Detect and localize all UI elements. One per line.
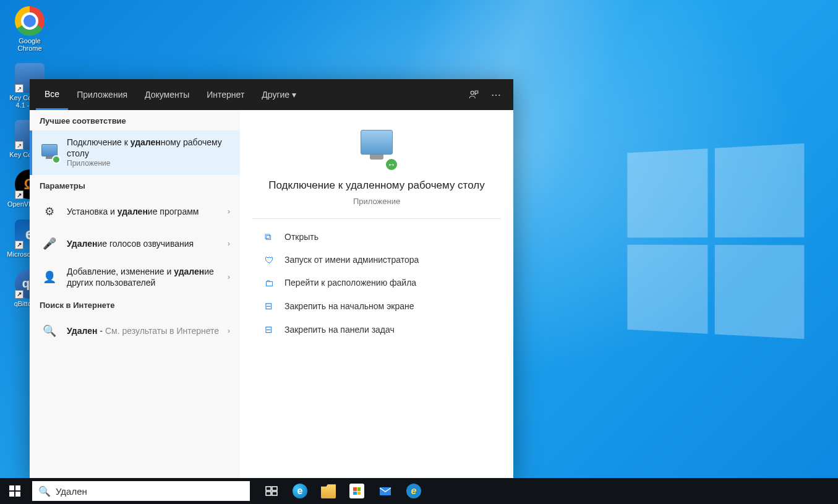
result-text: Установка и удаление программ — [67, 206, 220, 217]
search-tabs: Все Приложения Документы Интернет Другие… — [30, 79, 513, 110]
search-input[interactable] — [56, 486, 244, 497]
taskbar: 🔍 e e — [0, 478, 838, 504]
result-manage-users[interactable]: 👤 Добавление, изменение и удаление други… — [30, 260, 240, 294]
search-results-left: Лучшее соответствие Подключение к удален… — [30, 110, 240, 478]
action-label: Открыть — [284, 232, 319, 242]
taskbar-ie[interactable]: e — [400, 478, 428, 504]
taskbar-explorer[interactable] — [314, 478, 343, 504]
desktop: Google Chrome ↗ Key Collector 4.1 - Test… — [0, 0, 838, 504]
chevron-right-icon: › — [228, 207, 230, 216]
person-feedback-icon — [468, 89, 479, 100]
result-text: Удален - См. результаты в Интернете — [67, 325, 220, 336]
web-search-header: Поиск в Интернете — [30, 294, 240, 315]
result-uninstall-programs[interactable]: ⚙ Установка и удаление программ › — [30, 195, 240, 228]
more-options-button[interactable]: ⋯ — [485, 89, 507, 101]
action-label: Перейти к расположению файла — [284, 278, 416, 288]
taskbar-edge[interactable]: e — [286, 478, 314, 504]
details-hero: ↔ Подключение к удаленному рабочему стол… — [240, 110, 513, 218]
start-button[interactable] — [0, 478, 30, 504]
search-icon: 🔍 — [40, 321, 59, 341]
shield-icon: 🛡 — [265, 255, 276, 265]
taskbar-mail[interactable] — [371, 478, 400, 504]
action-run-as-admin[interactable]: 🛡 Запуск от имени администратора — [252, 249, 501, 271]
windows-logo-icon — [9, 485, 20, 497]
tab-web[interactable]: Интернет — [198, 79, 253, 110]
svg-rect-2 — [272, 487, 277, 490]
result-remove-voices[interactable]: 🎤 Удаление голосов озвучивания › — [30, 228, 240, 260]
result-text: Подключение к удаленному рабочему столу … — [67, 137, 230, 169]
mail-icon — [378, 484, 393, 498]
action-open[interactable]: ⧉ Открыть — [252, 225, 501, 249]
shortcut-arrow-icon: ↗ — [15, 141, 24, 150]
settings-header: Параметры — [30, 175, 240, 195]
shortcut-arrow-icon: ↗ — [15, 241, 24, 249]
action-pin-taskbar[interactable]: ⊟ Закрепить на панели задач — [252, 318, 501, 341]
tab-all[interactable]: Все — [36, 79, 68, 110]
svg-rect-1 — [266, 487, 271, 490]
best-match-header: Лучшее соответствие — [30, 110, 240, 130]
ellipsis-icon: ⋯ — [491, 89, 501, 101]
shortcut-arrow-icon: ↗ — [15, 84, 24, 93]
chrome-icon — [15, 6, 45, 36]
action-open-file-location[interactable]: 🗀 Перейти к расположению файла — [252, 271, 501, 294]
taskbar-store[interactable] — [343, 478, 371, 504]
desktop-icon-label: Google Chrome — [6, 37, 53, 52]
chevron-right-icon: › — [228, 273, 230, 281]
result-web-search[interactable]: 🔍 Удален - См. результаты в Интернете › — [30, 315, 240, 347]
folder-icon — [321, 484, 336, 498]
remote-desktop-icon — [40, 143, 59, 163]
tab-more-label: Другие — [262, 90, 289, 100]
wallpaper-windows-logo — [627, 143, 804, 339]
remote-desktop-icon-large: ↔ — [357, 130, 396, 169]
pin-icon: ⊟ — [265, 324, 276, 335]
details-title: Подключение к удаленному рабочему столу — [265, 178, 489, 193]
folder-icon: 🗀 — [265, 278, 276, 288]
action-label: Закрепить на начальном экране — [284, 301, 414, 311]
svg-rect-3 — [266, 492, 271, 495]
chevron-right-icon: › — [228, 327, 230, 335]
chevron-right-icon: › — [228, 239, 230, 248]
ie-icon: e — [406, 484, 421, 498]
result-text: Удаление голосов озвучивания — [67, 238, 220, 249]
tab-docs[interactable]: Документы — [136, 79, 198, 110]
desktop-icon-chrome[interactable]: Google Chrome — [6, 6, 53, 52]
svg-rect-4 — [272, 492, 277, 495]
tab-apps[interactable]: Приложения — [68, 79, 136, 110]
details-actions: ⧉ Открыть 🛡 Запуск от имени администрато… — [252, 218, 501, 348]
shortcut-arrow-icon: ↗ — [15, 290, 24, 299]
taskbar-apps: e e — [257, 478, 428, 504]
open-icon: ⧉ — [265, 231, 276, 242]
search-details-right: ↔ Подключение к удаленному рабочему стол… — [240, 110, 513, 478]
tab-more[interactable]: Другие ▾ — [253, 79, 305, 110]
task-view-icon — [264, 484, 279, 498]
gear-icon: ⚙ — [40, 202, 59, 221]
microphone-icon: 🎤 — [40, 234, 59, 254]
action-label: Запуск от имени администратора — [284, 255, 419, 265]
taskbar-search[interactable]: 🔍 — [32, 481, 250, 501]
pin-icon: ⊟ — [265, 301, 276, 312]
svg-point-0 — [471, 91, 474, 94]
user-icon: 👤 — [40, 267, 59, 287]
search-icon: 🔍 — [38, 485, 51, 497]
details-subtitle: Приложение — [265, 197, 489, 206]
edge-icon: e — [293, 484, 307, 498]
action-label: Закрепить на панели задач — [284, 325, 395, 335]
taskbar-task-view[interactable] — [257, 478, 286, 504]
feedback-button[interactable] — [463, 89, 485, 100]
result-text: Добавление, изменение и удаление других … — [67, 266, 220, 288]
result-remote-desktop[interactable]: Подключение к удаленному рабочему столу … — [30, 130, 240, 175]
chevron-down-icon: ▾ — [292, 90, 296, 100]
shortcut-arrow-icon: ↗ — [15, 190, 24, 199]
action-pin-start[interactable]: ⊟ Закрепить на начальном экране — [252, 294, 501, 318]
start-search-panel: Все Приложения Документы Интернет Другие… — [30, 79, 513, 478]
store-icon — [349, 484, 364, 498]
